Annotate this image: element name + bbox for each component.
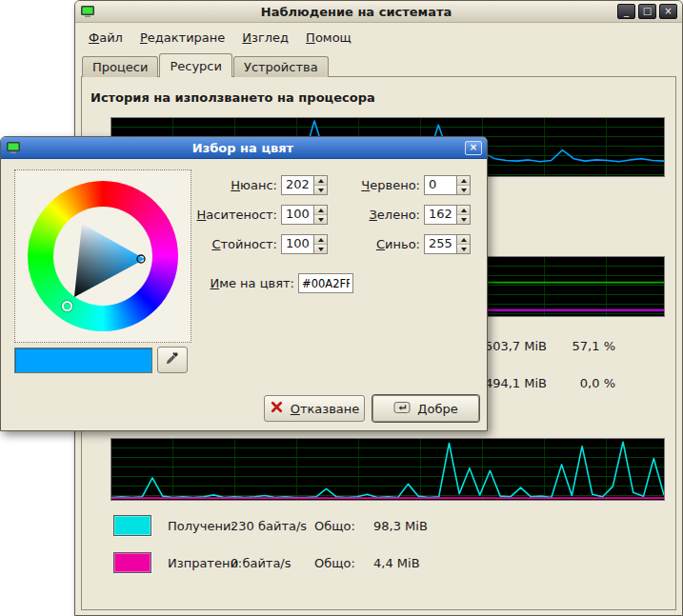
saturation-value[interactable]: 100: [281, 205, 313, 225]
ok-button-label: Добре: [417, 402, 457, 416]
arrow-down-icon: [318, 248, 324, 251]
arrow-up-icon: [461, 179, 467, 183]
green-spin-up[interactable]: [457, 206, 470, 214]
window-controls: _ □ ×: [617, 4, 677, 19]
dialog-close-button[interactable]: ×: [465, 141, 482, 155]
arrow-up-icon: [461, 209, 467, 212]
eyedropper-button[interactable]: [157, 347, 188, 373]
app-icon: [80, 4, 95, 19]
sent-rate: 0 байта/s: [231, 556, 314, 570]
hue-ring[interactable]: [28, 181, 178, 331]
saturation-spin-up[interactable]: [314, 206, 327, 214]
arrow-up-icon: [461, 238, 467, 242]
color-preview-swatch: [14, 348, 152, 373]
notebook-tabs: Процеси Ресурси Устройства: [82, 53, 330, 77]
arrow-up-icon: [318, 209, 324, 212]
desktop: { "main_window": { "title": "Наблюдение …: [0, 0, 683, 616]
minimize-button[interactable]: _: [617, 4, 635, 19]
tab-processes[interactable]: Процеси: [82, 56, 158, 77]
value-spinbox: 100: [281, 234, 328, 254]
ok-enter-key-icon: [393, 401, 411, 417]
ok-button[interactable]: Добре: [372, 395, 479, 422]
blue-spinbox: 255: [424, 234, 471, 254]
tab-devices[interactable]: Устройства: [233, 56, 329, 77]
green-value[interactable]: 162: [424, 205, 456, 225]
green-label: Зелено:: [338, 208, 420, 222]
menu-file[interactable]: Файл: [80, 27, 131, 49]
network-history-chart: [110, 438, 665, 501]
sent-total-label: Общо:: [314, 556, 373, 570]
received-rate: 230 байта/s: [231, 519, 314, 533]
cancel-icon: [270, 400, 284, 417]
menu-view[interactable]: Изглед: [233, 27, 297, 49]
sent-color-swatch[interactable]: [113, 552, 151, 573]
red-spin-up[interactable]: [457, 176, 470, 185]
blue-spin-down[interactable]: [457, 244, 470, 253]
swap-used-percent: 0,0 %: [556, 376, 615, 390]
color-picker-dialog: Избор на цвят × Нюанс:: [0, 136, 488, 431]
sent-total: 4,4 MiB: [373, 556, 420, 570]
value-label: Стойност:: [195, 237, 277, 251]
tab-resources[interactable]: Ресурси: [159, 53, 232, 77]
received-total: 98,3 MiB: [373, 519, 428, 533]
memory-used-percent: 57,1 %: [556, 339, 615, 353]
network-received-legend: Получени: 230 байта/s Общо: 98,3 MiB: [113, 514, 428, 537]
value-spin-up[interactable]: [314, 235, 327, 244]
close-button[interactable]: ×: [659, 4, 677, 19]
blue-label: Синьо:: [338, 237, 420, 251]
cancel-button-label: Отказване: [291, 402, 360, 416]
arrow-down-icon: [461, 218, 467, 222]
blue-spin-up[interactable]: [457, 235, 470, 244]
arrow-up-icon: [318, 238, 324, 242]
arrow-down-icon: [318, 189, 324, 192]
main-window-title: Наблюдение на системата: [100, 5, 613, 19]
maximize-button[interactable]: □: [638, 4, 656, 19]
sent-label: Изпратени:: [168, 556, 231, 570]
green-spinbox: 162: [424, 205, 471, 225]
cpu-history-title: История на използването на процесора: [90, 90, 375, 105]
red-label: Червено:: [338, 178, 420, 192]
eyedropper-icon: [165, 350, 180, 369]
hue-spinbox: 202: [281, 175, 328, 195]
hue-spin-up[interactable]: [314, 176, 327, 185]
hue-value[interactable]: 202: [281, 175, 313, 195]
received-label: Получени:: [168, 519, 231, 533]
arrow-down-icon: [318, 218, 324, 222]
red-spinbox: 0: [424, 175, 471, 195]
arrow-up-icon: [318, 179, 324, 183]
dialog-title: Избор на цвят: [26, 141, 460, 155]
saturation-label: Наситеност:: [195, 208, 277, 222]
color-wheel-area[interactable]: [14, 169, 191, 343]
hue-spin-down[interactable]: [314, 185, 327, 194]
menubar: Файл Редактиране Изглед Помощ: [80, 25, 360, 50]
received-color-swatch[interactable]: [113, 515, 151, 536]
received-total-label: Общо:: [314, 519, 373, 533]
value-spin-down[interactable]: [314, 244, 327, 253]
saturation-spin-down[interactable]: [314, 214, 327, 224]
value-value[interactable]: 100: [281, 234, 313, 254]
main-window-titlebar[interactable]: Наблюдение на системата _ □ ×: [75, 1, 682, 23]
dialog-titlebar[interactable]: Избор на цвят ×: [1, 137, 487, 159]
network-sent-legend: Изпратени: 0 байта/s Общо: 4,4 MiB: [113, 551, 420, 574]
menu-help[interactable]: Помощ: [297, 27, 360, 49]
color-name-input[interactable]: [298, 273, 353, 293]
saturation-value-triangle[interactable]: [53, 207, 152, 306]
saturation-spinbox: 100: [281, 205, 328, 225]
red-value[interactable]: 0: [424, 175, 456, 195]
cancel-button[interactable]: Отказване: [264, 395, 365, 422]
menu-edit[interactable]: Редактиране: [131, 27, 233, 49]
red-spin-down[interactable]: [457, 185, 470, 194]
dialog-app-icon: [6, 140, 21, 155]
hue-marker[interactable]: [62, 301, 72, 311]
hue-label: Нюанс:: [195, 178, 277, 192]
arrow-down-icon: [461, 189, 467, 192]
color-name-label: Име на цвят:: [195, 276, 294, 290]
blue-value[interactable]: 255: [424, 234, 456, 254]
arrow-down-icon: [461, 248, 467, 251]
green-spin-down[interactable]: [457, 214, 470, 224]
